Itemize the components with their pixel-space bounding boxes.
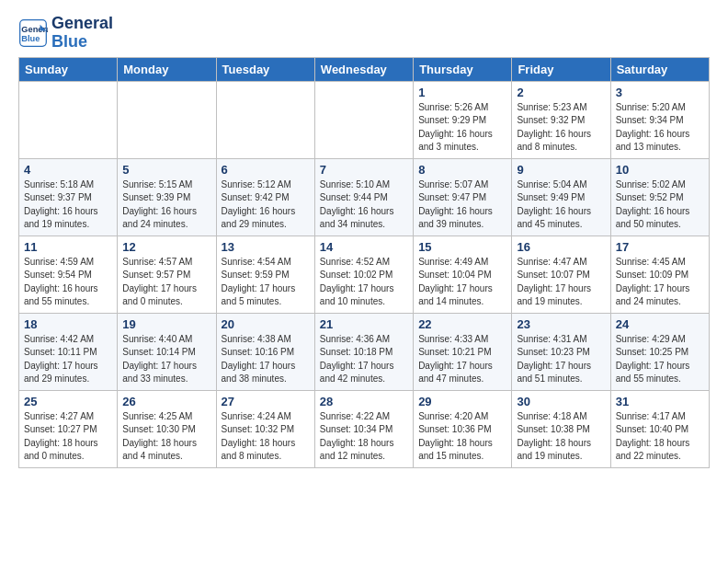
calendar-cell-1-3	[216, 81, 314, 158]
calendar-cell-5-4: 28Sunrise: 4:22 AM Sunset: 10:34 PM Dayl…	[314, 390, 413, 467]
logo-text: GeneralBlue	[51, 15, 113, 52]
day-number: 6	[222, 163, 310, 177]
calendar-cell-5-6: 30Sunrise: 4:18 AM Sunset: 10:38 PM Dayl…	[512, 390, 610, 467]
day-number: 20	[222, 317, 310, 331]
calendar-cell-5-7: 31Sunrise: 4:17 AM Sunset: 10:40 PM Dayl…	[610, 390, 709, 467]
calendar-cell-3-3: 13Sunrise: 4:54 AM Sunset: 9:59 PM Dayli…	[216, 236, 314, 313]
calendar-cell-3-6: 16Sunrise: 4:47 AM Sunset: 10:07 PM Dayl…	[512, 236, 610, 313]
calendar-page: General Blue GeneralBlue SundayMondayTue…	[0, 0, 728, 483]
day-number: 28	[320, 395, 408, 408]
calendar-cell-2-1: 4Sunrise: 5:18 AM Sunset: 9:37 PM Daylig…	[19, 158, 118, 236]
calendar-cell-1-7: 3Sunrise: 5:20 AM Sunset: 9:34 PM Daylig…	[610, 81, 709, 158]
day-number: 23	[517, 317, 605, 331]
day-number: 5	[122, 163, 210, 177]
calendar-cell-2-5: 8Sunrise: 5:07 AM Sunset: 9:47 PM Daylig…	[414, 158, 512, 236]
day-number: 18	[24, 317, 112, 331]
calendar-cell-4-7: 24Sunrise: 4:29 AM Sunset: 10:25 PM Dayl…	[610, 313, 709, 390]
calendar-header-row: SundayMondayTuesdayWednesdayThursdayFrid…	[19, 57, 710, 81]
calendar-cell-4-3: 20Sunrise: 4:38 AM Sunset: 10:16 PM Dayl…	[216, 313, 314, 390]
day-number: 3	[616, 86, 704, 99]
day-info: Sunrise: 4:40 AM Sunset: 10:14 PM Daylig…	[122, 333, 210, 386]
day-info: Sunrise: 5:20 AM Sunset: 9:34 PM Dayligh…	[616, 101, 704, 155]
day-info: Sunrise: 5:02 AM Sunset: 9:52 PM Dayligh…	[616, 178, 704, 232]
day-number: 11	[24, 240, 112, 254]
calendar-cell-2-6: 9Sunrise: 5:04 AM Sunset: 9:49 PM Daylig…	[512, 158, 610, 236]
day-number: 10	[616, 163, 704, 177]
day-info: Sunrise: 5:12 AM Sunset: 9:42 PM Dayligh…	[222, 178, 310, 232]
calendar-cell-1-1	[19, 81, 118, 158]
calendar-header-saturday: Saturday	[610, 57, 709, 81]
calendar-cell-3-7: 17Sunrise: 4:45 AM Sunset: 10:09 PM Dayl…	[610, 236, 709, 313]
day-number: 1	[418, 86, 506, 99]
calendar-header-friday: Friday	[512, 57, 610, 81]
day-info: Sunrise: 4:31 AM Sunset: 10:23 PM Daylig…	[517, 333, 605, 386]
calendar-cell-4-6: 23Sunrise: 4:31 AM Sunset: 10:23 PM Dayl…	[512, 313, 610, 390]
header: General Blue GeneralBlue	[18, 15, 710, 52]
day-info: Sunrise: 4:49 AM Sunset: 10:04 PM Daylig…	[418, 256, 506, 309]
calendar-cell-2-7: 10Sunrise: 5:02 AM Sunset: 9:52 PM Dayli…	[610, 158, 709, 236]
day-number: 29	[418, 395, 506, 408]
calendar-cell-5-1: 25Sunrise: 4:27 AM Sunset: 10:27 PM Dayl…	[19, 390, 118, 467]
calendar-header-tuesday: Tuesday	[216, 57, 314, 81]
day-number: 17	[616, 240, 704, 254]
day-number: 25	[24, 395, 112, 408]
calendar-header-wednesday: Wednesday	[314, 57, 413, 81]
day-info: Sunrise: 4:45 AM Sunset: 10:09 PM Daylig…	[616, 256, 704, 309]
calendar-week-1: 1Sunrise: 5:26 AM Sunset: 9:29 PM Daylig…	[19, 81, 710, 158]
calendar-cell-5-3: 27Sunrise: 4:24 AM Sunset: 10:32 PM Dayl…	[216, 390, 314, 467]
day-info: Sunrise: 4:27 AM Sunset: 10:27 PM Daylig…	[24, 410, 112, 464]
day-info: Sunrise: 5:26 AM Sunset: 9:29 PM Dayligh…	[418, 101, 506, 155]
day-number: 4	[24, 163, 112, 177]
calendar-header-sunday: Sunday	[19, 57, 118, 81]
day-info: Sunrise: 5:18 AM Sunset: 9:37 PM Dayligh…	[24, 178, 112, 232]
day-info: Sunrise: 4:38 AM Sunset: 10:16 PM Daylig…	[222, 333, 310, 386]
day-number: 15	[418, 240, 506, 254]
day-info: Sunrise: 5:04 AM Sunset: 9:49 PM Dayligh…	[517, 178, 605, 232]
calendar-table: SundayMondayTuesdayWednesdayThursdayFrid…	[18, 57, 710, 468]
day-number: 16	[517, 240, 605, 254]
day-number: 19	[122, 317, 210, 331]
day-number: 27	[222, 395, 310, 408]
day-info: Sunrise: 5:23 AM Sunset: 9:32 PM Dayligh…	[517, 101, 605, 155]
day-info: Sunrise: 4:29 AM Sunset: 10:25 PM Daylig…	[616, 333, 704, 386]
calendar-cell-1-2	[118, 81, 216, 158]
logo-icon: General Blue	[18, 18, 48, 48]
calendar-cell-1-6: 2Sunrise: 5:23 AM Sunset: 9:32 PM Daylig…	[512, 81, 610, 158]
calendar-cell-2-4: 7Sunrise: 5:10 AM Sunset: 9:44 PM Daylig…	[314, 158, 413, 236]
day-number: 31	[616, 395, 704, 408]
day-info: Sunrise: 4:59 AM Sunset: 9:54 PM Dayligh…	[24, 256, 112, 309]
day-info: Sunrise: 5:15 AM Sunset: 9:39 PM Dayligh…	[122, 178, 210, 232]
calendar-week-4: 18Sunrise: 4:42 AM Sunset: 10:11 PM Dayl…	[19, 313, 710, 390]
calendar-cell-2-2: 5Sunrise: 5:15 AM Sunset: 9:39 PM Daylig…	[118, 158, 216, 236]
calendar-cell-3-4: 14Sunrise: 4:52 AM Sunset: 10:02 PM Dayl…	[314, 236, 413, 313]
calendar-cell-4-2: 19Sunrise: 4:40 AM Sunset: 10:14 PM Dayl…	[118, 313, 216, 390]
day-info: Sunrise: 4:22 AM Sunset: 10:34 PM Daylig…	[320, 410, 408, 464]
day-info: Sunrise: 4:25 AM Sunset: 10:30 PM Daylig…	[122, 410, 210, 464]
day-info: Sunrise: 4:36 AM Sunset: 10:18 PM Daylig…	[320, 333, 408, 386]
calendar-cell-3-1: 11Sunrise: 4:59 AM Sunset: 9:54 PM Dayli…	[19, 236, 118, 313]
day-info: Sunrise: 4:42 AM Sunset: 10:11 PM Daylig…	[24, 333, 112, 386]
calendar-week-3: 11Sunrise: 4:59 AM Sunset: 9:54 PM Dayli…	[19, 236, 710, 313]
calendar-week-5: 25Sunrise: 4:27 AM Sunset: 10:27 PM Dayl…	[19, 390, 710, 467]
calendar-cell-3-5: 15Sunrise: 4:49 AM Sunset: 10:04 PM Dayl…	[414, 236, 512, 313]
day-number: 30	[517, 395, 605, 408]
day-info: Sunrise: 5:10 AM Sunset: 9:44 PM Dayligh…	[320, 178, 408, 232]
day-info: Sunrise: 4:18 AM Sunset: 10:38 PM Daylig…	[517, 410, 605, 464]
calendar-cell-2-3: 6Sunrise: 5:12 AM Sunset: 9:42 PM Daylig…	[216, 158, 314, 236]
day-number: 7	[320, 163, 408, 177]
calendar-cell-4-4: 21Sunrise: 4:36 AM Sunset: 10:18 PM Dayl…	[314, 313, 413, 390]
calendar-cell-5-2: 26Sunrise: 4:25 AM Sunset: 10:30 PM Dayl…	[118, 390, 216, 467]
calendar-header-monday: Monday	[118, 57, 216, 81]
day-number: 13	[222, 240, 310, 254]
calendar-cell-3-2: 12Sunrise: 4:57 AM Sunset: 9:57 PM Dayli…	[118, 236, 216, 313]
day-info: Sunrise: 4:54 AM Sunset: 9:59 PM Dayligh…	[222, 256, 310, 309]
svg-text:Blue: Blue	[21, 34, 40, 43]
day-info: Sunrise: 4:17 AM Sunset: 10:40 PM Daylig…	[616, 410, 704, 464]
day-number: 9	[517, 163, 605, 177]
calendar-cell-4-1: 18Sunrise: 4:42 AM Sunset: 10:11 PM Dayl…	[19, 313, 118, 390]
day-info: Sunrise: 4:20 AM Sunset: 10:36 PM Daylig…	[418, 410, 506, 464]
logo: General Blue GeneralBlue	[18, 15, 113, 52]
day-number: 8	[418, 163, 506, 177]
calendar-header-thursday: Thursday	[414, 57, 512, 81]
calendar-cell-1-4	[314, 81, 413, 158]
